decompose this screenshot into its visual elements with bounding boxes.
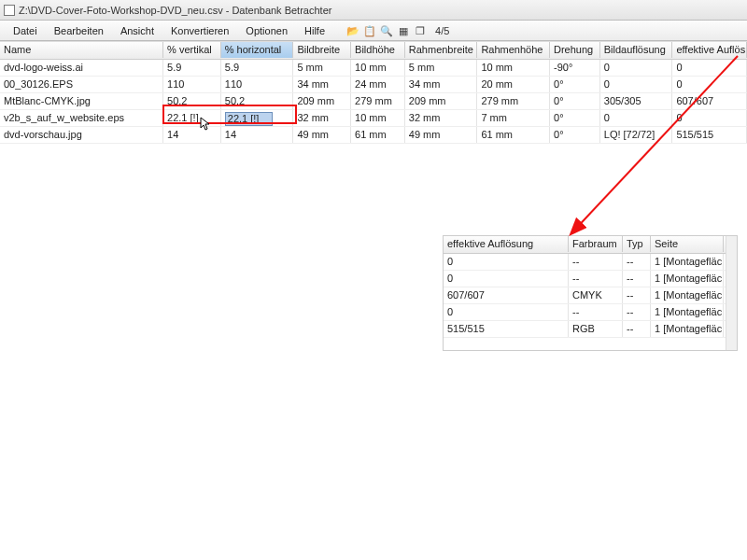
col-header[interactable]: % vertikal <box>163 42 221 58</box>
table-row[interactable]: 0----1 [Montagefläc <box>444 304 737 321</box>
table-cell[interactable]: 0 <box>600 77 673 92</box>
table-row[interactable]: dvd-logo-weiss.ai5.95.95 mm10 mm5 mm10 m… <box>0 60 747 77</box>
table-cell[interactable]: RGB <box>569 321 623 337</box>
table-cell[interactable]: 32 mm <box>293 110 351 126</box>
table-cell[interactable]: 10 mm <box>477 60 550 76</box>
window-icon[interactable]: ❐ <box>413 23 428 38</box>
table-cell[interactable]: -- <box>623 304 651 320</box>
table-cell[interactable]: 49 mm <box>405 127 478 143</box>
table-cell[interactable]: v2b_s_auf_w_website.eps <box>0 110 163 126</box>
menu-bearbeiten[interactable]: Bearbeiten <box>47 23 111 38</box>
table-cell[interactable]: 34 mm <box>293 77 351 92</box>
open-icon[interactable]: 📂 <box>345 23 360 38</box>
table-cell[interactable]: 0 <box>444 304 569 320</box>
col-header[interactable]: Rahmenbreite <box>405 42 478 58</box>
table-row[interactable]: 607/607CMYK--1 [Montagefläc <box>444 287 737 304</box>
table-cell[interactable]: 1 [Montagefläc <box>651 304 724 320</box>
table-cell[interactable]: 5.9 <box>221 60 294 76</box>
col-header[interactable]: Rahmenhöhe <box>477 42 550 58</box>
table-cell[interactable]: 5 mm <box>293 60 351 76</box>
table-row[interactable]: 0----1 [Montagefläc <box>444 271 737 287</box>
col-header[interactable]: Bildbreite <box>293 42 351 58</box>
table-cell[interactable]: dvd-logo-weiss.ai <box>0 60 163 76</box>
table-cell[interactable]: 0 <box>600 60 673 76</box>
col-header[interactable]: Drehung <box>550 42 600 58</box>
table-cell[interactable]: 0° <box>550 77 600 92</box>
table-row[interactable]: v2b_s_auf_w_website.eps22.1 [!]22.1 [!]3… <box>0 110 747 127</box>
table-cell[interactable]: -- <box>623 321 651 337</box>
table-cell[interactable]: 0° <box>550 110 600 126</box>
table-cell[interactable]: 209 mm <box>293 93 351 109</box>
table-cell[interactable]: 00_30126.EPS <box>0 77 163 92</box>
table-cell[interactable]: 1 [Montagefläc <box>651 321 724 337</box>
table-cell[interactable]: 515/515 <box>444 321 569 337</box>
table-cell[interactable]: 1 [Montagefläc <box>651 271 724 287</box>
table-cell[interactable]: 110 <box>221 77 294 92</box>
col-header[interactable]: Bildhöhe <box>351 42 405 58</box>
table-cell[interactable]: LQ! [72/72] <box>600 127 673 143</box>
menu-hilfe[interactable]: Hilfe <box>297 23 332 38</box>
table-cell[interactable]: 24 mm <box>351 77 405 92</box>
table-cell[interactable]: -- <box>623 254 651 270</box>
table-cell[interactable]: 110 <box>163 77 221 92</box>
table-cell[interactable]: 5.9 <box>163 60 221 76</box>
table-cell[interactable]: 10 mm <box>351 110 405 126</box>
table-row[interactable]: 0----1 [Montagefläc <box>444 254 737 271</box>
table-cell[interactable]: 0 <box>600 110 673 126</box>
menu-datei[interactable]: Datei <box>6 23 45 38</box>
find-icon[interactable]: 🔍 <box>379 23 394 38</box>
table-cell[interactable]: 14 <box>221 127 294 143</box>
menu-ansicht[interactable]: Ansicht <box>113 23 162 38</box>
col-header[interactable]: Bildauflösung <box>600 42 673 58</box>
table-cell[interactable]: 607/607 <box>444 287 569 303</box>
menu-optionen[interactable]: Optionen <box>238 23 295 38</box>
grid-icon[interactable]: ▦ <box>396 23 411 38</box>
table-cell[interactable]: -- <box>623 287 651 303</box>
col-header[interactable]: Typ <box>623 236 651 252</box>
table-cell[interactable]: 0 <box>672 110 747 126</box>
col-header[interactable]: Seite <box>651 236 724 252</box>
table-cell[interactable]: 0 <box>672 60 747 76</box>
table-cell[interactable]: -- <box>623 271 651 287</box>
main-table[interactable]: Name% vertikal% horizontalBildbreiteBild… <box>0 41 747 144</box>
table-cell[interactable]: 0° <box>550 127 600 143</box>
table-cell[interactable]: 0 <box>444 254 569 270</box>
table-cell[interactable]: 7 mm <box>477 110 550 126</box>
menu-konvertieren[interactable]: Konvertieren <box>163 23 236 38</box>
col-header[interactable]: % horizontal <box>221 42 294 58</box>
copy-icon[interactable]: 📋 <box>362 23 377 38</box>
col-header[interactable]: Farbraum <box>569 236 623 252</box>
col-header[interactable]: effektive Auflösung <box>444 236 569 252</box>
table-cell[interactable]: -- <box>569 304 623 320</box>
table-cell[interactable]: 49 mm <box>293 127 351 143</box>
scrollbar[interactable] <box>726 236 737 350</box>
table-cell[interactable]: 32 mm <box>405 110 478 126</box>
table-cell[interactable]: 5 mm <box>405 60 478 76</box>
table-cell[interactable]: 61 mm <box>351 127 405 143</box>
table-cell[interactable]: -90° <box>550 60 600 76</box>
table-cell[interactable]: 50.2 <box>221 93 294 109</box>
table-cell[interactable]: 607/607 <box>672 93 747 109</box>
table-cell[interactable]: MtBlanc-CMYK.jpg <box>0 93 163 109</box>
table-row[interactable]: 515/515RGB--1 [Montagefläc <box>444 321 737 338</box>
table-cell[interactable]: 279 mm <box>351 93 405 109</box>
table-cell[interactable]: 10 mm <box>351 60 405 76</box>
table-cell[interactable]: 1 [Montagefläc <box>651 254 724 270</box>
table-cell[interactable]: 0° <box>550 93 600 109</box>
table-row[interactable]: MtBlanc-CMYK.jpg50.250.2209 mm279 mm209 … <box>0 93 747 110</box>
table-cell[interactable]: 0 <box>444 271 569 287</box>
table-row[interactable]: 00_30126.EPS11011034 mm24 mm34 mm20 mm0°… <box>0 77 747 93</box>
col-header[interactable]: effektive Auflös <box>672 42 747 58</box>
table-cell[interactable]: 34 mm <box>405 77 478 92</box>
table-cell[interactable]: -- <box>569 254 623 270</box>
table-cell[interactable]: 61 mm <box>477 127 550 143</box>
table-cell[interactable]: -- <box>569 271 623 287</box>
table-cell[interactable]: dvd-vorschau.jpg <box>0 127 163 143</box>
table-cell[interactable]: 279 mm <box>477 93 550 109</box>
table-cell[interactable]: CMYK <box>569 287 623 303</box>
table-cell[interactable]: 515/515 <box>672 127 747 143</box>
table-cell[interactable]: 0 <box>672 77 747 92</box>
table-row[interactable]: dvd-vorschau.jpg141449 mm61 mm49 mm61 mm… <box>0 127 747 144</box>
table-cell[interactable]: 22.1 [!] <box>221 110 294 126</box>
table-cell[interactable]: 305/305 <box>600 93 673 109</box>
